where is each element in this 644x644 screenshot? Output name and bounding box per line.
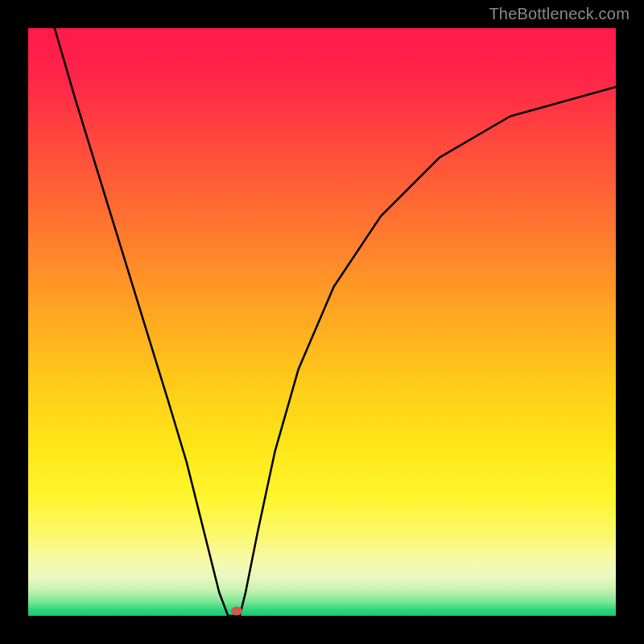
chart-frame: TheBottleneck.com [0,0,644,644]
plot-area [28,28,616,616]
bottleneck-curve [28,28,616,616]
watermark-text: TheBottleneck.com [489,5,630,23]
optimal-point-marker [231,607,242,616]
